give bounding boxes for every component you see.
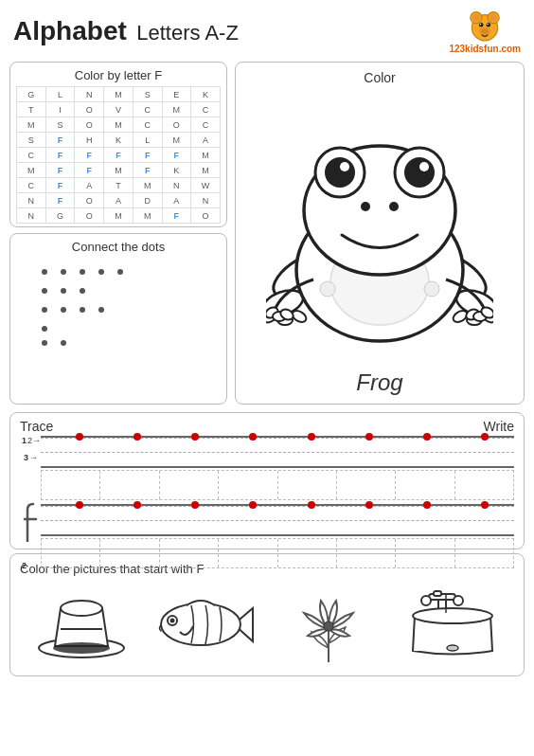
grid-cell: F [45,193,75,208]
logo: 123kidsfun.com [449,8,521,54]
uppercase-trace-boxes [41,470,514,500]
grid-cell: F [162,148,191,163]
svg-point-49 [340,162,349,171]
grid-cell: F [133,163,162,178]
svg-point-12 [61,269,66,275]
color-pictures-section: Color the pictures that start with F [9,553,525,676]
frog-label: Frog [356,369,402,396]
svg-point-51 [361,202,370,211]
grid-cell: W [191,178,221,193]
grid-cell: F [104,148,134,163]
svg-point-24 [42,340,47,346]
grid-cell: V [104,102,134,117]
svg-point-70 [413,608,492,623]
grid-cell: C [133,117,162,133]
grid-cell: O [75,208,104,224]
grid-cell: A [162,193,191,208]
grid-cell: M [191,163,221,178]
grid-cell: M [104,163,134,178]
arrow-3: → [29,453,38,462]
bear-icon [467,8,503,44]
grid-cell: O [162,117,191,133]
color-panel-title: Color [364,70,395,85]
grid-cell: M [17,117,46,133]
color-by-letter-title: Color by letter F [16,68,221,82]
svg-point-18 [80,288,85,294]
grid-cell: F [45,178,75,193]
grid-cell: N [17,193,46,208]
trace-label: Trace [20,419,53,434]
hat-picture [29,586,134,662]
flower-svg [291,586,366,662]
svg-point-54 [424,281,439,297]
svg-point-50 [419,162,429,171]
grid-cell: M [133,208,162,224]
grid-cell: O [75,117,104,133]
grid-cell: M [104,208,134,224]
svg-point-21 [80,307,85,313]
fish-picture [153,586,258,662]
number-3: 3 [24,453,28,462]
grid-cell: T [17,102,46,117]
svg-point-11 [42,269,47,275]
grid-cell: M [162,133,191,148]
hat-svg [34,589,129,660]
lowercase-trace-area: 2 [41,504,514,568]
connect-dots-title: Connect the dots [16,240,221,254]
title-alphabet: Alphabet [13,16,127,45]
svg-point-47 [325,157,355,188]
grid-cell: A [191,133,221,148]
grid-cell: S [17,133,46,148]
grid-cell: G [17,87,46,102]
svg-point-64 [324,621,333,631]
top-section: Color by letter F GLNMSEKTIOVCMCMSOMCOCS… [0,58,534,408]
grid-cell: M [162,102,191,117]
grid-cell: K [162,163,191,178]
flower-picture [276,586,381,662]
grid-cell: L [133,133,162,148]
grid-cell: N [75,87,104,102]
svg-point-9 [480,24,482,26]
grid-cell: K [191,87,221,102]
frog-image [266,89,493,366]
grid-cell: K [104,133,134,148]
svg-point-17 [61,288,66,294]
grid-cell: G [45,208,75,224]
fish-svg [153,594,258,656]
grid-cell: F [75,148,104,163]
write-label: Write [484,419,514,434]
grid-cell: M [104,87,134,102]
grid-cell: L [45,87,75,102]
svg-point-52 [389,202,399,211]
color-by-letter-panel: Color by letter F GLNMSEKTIOVCMCMSOMCOCS… [9,62,227,227]
grid-cell: N [162,178,191,193]
letter-grid-table: GLNMSEKTIOVCMCMSOMCOCSFHKLMACFFFFFMMFFMF… [16,86,221,224]
grid-cell: H [75,133,104,148]
grid-cell: S [133,87,162,102]
lowercase-f-icon [22,502,39,542]
svg-point-13 [80,269,85,275]
grid-cell: A [104,193,134,208]
trace-header: Trace Write [20,419,514,434]
header: Alphabet Letters A-Z 123kidsfun.com [0,0,534,58]
frog-svg [266,104,493,351]
grid-cell: A [75,178,104,193]
trace-section: Trace Write 1 2→ 3 → [9,412,525,549]
svg-point-58 [53,642,110,654]
grid-cell: M [133,178,162,193]
svg-point-14 [98,269,104,275]
connect-dots-panel: Connect the dots [9,233,227,405]
svg-point-8 [481,28,489,33]
grid-cell: F [162,208,191,224]
dots-area [16,258,221,352]
grid-cell: E [162,87,191,102]
svg-point-7 [487,23,491,27]
sink-picture [400,586,505,662]
number-2-lower: 2 [22,561,27,570]
svg-rect-67 [434,591,441,596]
grid-cell: I [45,102,75,117]
grid-cell: S [45,117,75,133]
grid-cell: M [191,148,221,163]
grid-cell: F [45,133,75,148]
grid-cell: D [133,193,162,208]
